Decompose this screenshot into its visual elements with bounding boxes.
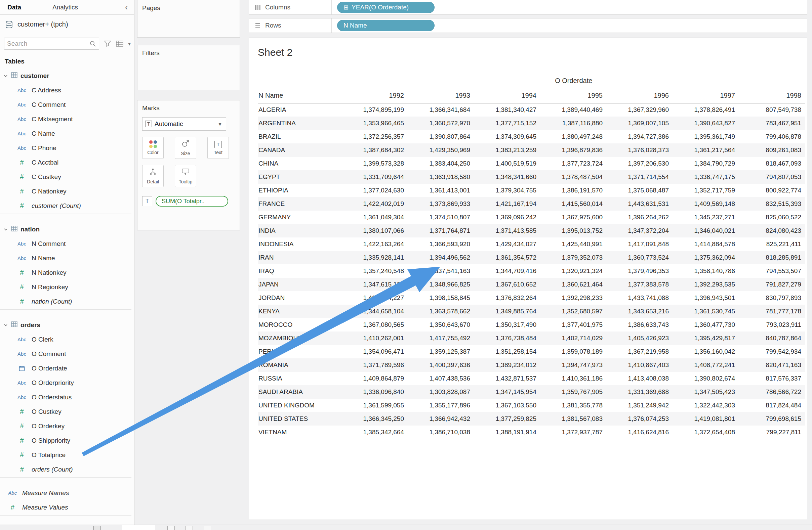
expand-date-icon[interactable]: ⊞ <box>344 4 349 11</box>
value-cell[interactable]: 1,343,653,216 <box>607 305 673 318</box>
value-cell[interactable]: 1,386,633,743 <box>607 318 673 332</box>
field-item[interactable]: #C Acctbal <box>0 155 131 170</box>
value-cell[interactable]: 1,347,145,954 <box>474 385 540 399</box>
row-header-cell[interactable]: GERMANY <box>258 210 342 224</box>
data-source-tab-icon[interactable] <box>93 526 101 530</box>
value-cell[interactable]: 825,221,411 <box>739 237 805 251</box>
field-item[interactable]: AbcC Mktsegment <box>0 112 131 126</box>
value-cell[interactable]: 1,367,219,958 <box>607 345 673 358</box>
field-item[interactable]: #C Nationkey <box>0 184 131 198</box>
value-cell[interactable]: 781,777,178 <box>739 305 805 318</box>
value-cell[interactable]: 830,797,893 <box>739 291 805 305</box>
chevron-down-icon[interactable] <box>3 323 8 327</box>
tooltip-button[interactable]: Tooltip <box>175 165 196 187</box>
value-cell[interactable]: 799,698,615 <box>739 412 805 426</box>
value-cell[interactable]: 1,433,741,088 <box>607 291 673 305</box>
columns-shelf[interactable]: Columns ⊞ YEAR(O Orderdate) <box>249 0 807 15</box>
value-cell[interactable]: 1,377,401,975 <box>540 318 607 332</box>
value-cell[interactable]: 1,361,217,564 <box>673 144 739 157</box>
year-column-header[interactable]: 1994 <box>474 88 540 103</box>
row-header-cell[interactable]: BRAZIL <box>258 130 342 144</box>
value-cell[interactable]: 1,443,631,531 <box>607 197 673 210</box>
value-cell[interactable]: 791,827,279 <box>739 278 805 291</box>
collapse-pane-icon[interactable]: ‹ <box>119 0 134 14</box>
value-cell[interactable]: 1,353,966,465 <box>342 117 408 130</box>
value-cell[interactable]: 1,386,710,038 <box>408 426 474 439</box>
field-item[interactable]: #nation (Count) <box>0 294 131 309</box>
value-cell[interactable]: 1,378,826,491 <box>673 103 739 117</box>
value-cell[interactable]: 1,363,918,580 <box>408 170 474 184</box>
value-cell[interactable]: 1,367,329,960 <box>607 103 673 117</box>
value-cell[interactable]: 1,358,140,786 <box>673 264 739 278</box>
value-cell[interactable]: 1,383,404,250 <box>408 157 474 170</box>
value-cell[interactable]: 1,377,383,578 <box>607 278 673 291</box>
value-cell[interactable]: 1,348,966,825 <box>408 278 474 291</box>
value-cell[interactable]: 824,080,423 <box>739 224 805 237</box>
value-cell[interactable]: 1,384,790,729 <box>673 157 739 170</box>
row-header-cell[interactable]: IRAQ <box>258 264 342 278</box>
value-cell[interactable]: 1,402,714,029 <box>540 332 607 345</box>
value-cell[interactable]: 1,346,040,021 <box>673 224 739 237</box>
field-item[interactable]: AbcN Name <box>0 251 131 265</box>
field-item[interactable]: #O Orderkey <box>0 419 131 433</box>
value-cell[interactable]: 1,425,440,991 <box>540 237 607 251</box>
value-cell[interactable]: 1,378,487,504 <box>540 170 607 184</box>
value-cell[interactable]: 1,397,206,530 <box>607 157 673 170</box>
rows-shelf[interactable]: Rows N Name <box>249 18 807 33</box>
value-cell[interactable]: 799,227,811 <box>739 426 805 439</box>
value-cell[interactable]: 1,344,658,104 <box>342 305 408 318</box>
new-worksheet-icon[interactable] <box>168 526 175 530</box>
sum-totalprice-pill[interactable]: SUM(O Totalpr.. <box>156 196 228 207</box>
row-header-cell[interactable]: VIETNAM <box>258 426 342 439</box>
value-cell[interactable]: 1,398,158,845 <box>408 291 474 305</box>
size-button[interactable]: Size <box>175 137 196 159</box>
value-cell[interactable]: 1,320,921,324 <box>540 264 607 278</box>
value-cell[interactable]: 1,410,361,186 <box>540 372 607 385</box>
chevron-down-icon[interactable] <box>3 227 8 232</box>
value-cell[interactable]: 1,416,624,816 <box>607 426 673 439</box>
year-column-header[interactable]: 1998 <box>739 88 805 103</box>
value-cell[interactable]: 1,372,256,357 <box>342 130 408 144</box>
table-group-header[interactable]: orders <box>0 318 131 332</box>
value-cell[interactable]: 820,471,163 <box>739 358 805 372</box>
value-cell[interactable]: 1,414,884,578 <box>673 237 739 251</box>
value-cell[interactable]: 1,381,355,778 <box>540 399 607 412</box>
field-item[interactable]: #O Custkey <box>0 404 131 419</box>
value-cell[interactable]: 783,467,951 <box>739 117 805 130</box>
value-cell[interactable]: 1,380,497,248 <box>540 130 607 144</box>
value-cell[interactable]: 1,377,259,825 <box>474 412 540 426</box>
value-cell[interactable]: 1,363,578,662 <box>408 305 474 318</box>
value-cell[interactable]: 1,376,028,373 <box>607 144 673 157</box>
row-header-cell[interactable]: EGYPT <box>258 170 342 184</box>
value-cell[interactable]: 1,394,496,562 <box>408 251 474 264</box>
value-cell[interactable]: 1,349,885,764 <box>474 305 540 318</box>
value-cell[interactable]: 1,360,477,730 <box>673 318 739 332</box>
row-header-cell[interactable]: CANADA <box>258 144 342 157</box>
value-cell[interactable]: 1,387,684,302 <box>342 144 408 157</box>
value-cell[interactable]: 1,419,081,801 <box>673 412 739 426</box>
value-cell[interactable]: 1,388,191,914 <box>474 426 540 439</box>
search-box[interactable] <box>4 38 99 50</box>
value-cell[interactable]: 1,366,593,920 <box>408 237 474 251</box>
datasource-row[interactable]: customer+ (tpch) <box>0 15 134 34</box>
value-cell[interactable]: 1,360,621,464 <box>540 278 607 291</box>
field-item[interactable]: AbcO Orderpriority <box>0 376 131 390</box>
year-column-header[interactable]: 1995 <box>540 88 607 103</box>
value-cell[interactable]: 1,351,249,942 <box>607 399 673 412</box>
text-button[interactable]: T Text <box>207 137 229 159</box>
value-cell[interactable]: 1,400,524,227 <box>342 291 408 305</box>
value-cell[interactable]: 1,347,505,423 <box>673 385 739 399</box>
row-header-cell[interactable]: MOZAMBIQUE <box>258 332 342 345</box>
value-cell[interactable]: 1,375,362,094 <box>673 251 739 264</box>
value-cell[interactable]: 1,369,007,105 <box>607 117 673 130</box>
value-cell[interactable]: 1,376,738,484 <box>474 332 540 345</box>
value-cell[interactable]: 1,377,024,630 <box>342 184 408 197</box>
field-item[interactable]: O Orderdate <box>0 361 131 376</box>
value-cell[interactable]: 832,515,393 <box>739 197 805 210</box>
chevron-down-icon[interactable] <box>3 74 8 78</box>
field-item[interactable]: AbcO Clerk <box>0 332 131 347</box>
value-cell[interactable]: 1,381,340,427 <box>474 103 540 117</box>
value-cell[interactable]: 1,366,345,250 <box>342 412 408 426</box>
column-field-header[interactable]: O Orderdate <box>342 73 805 88</box>
value-cell[interactable]: 1,396,264,262 <box>607 210 673 224</box>
